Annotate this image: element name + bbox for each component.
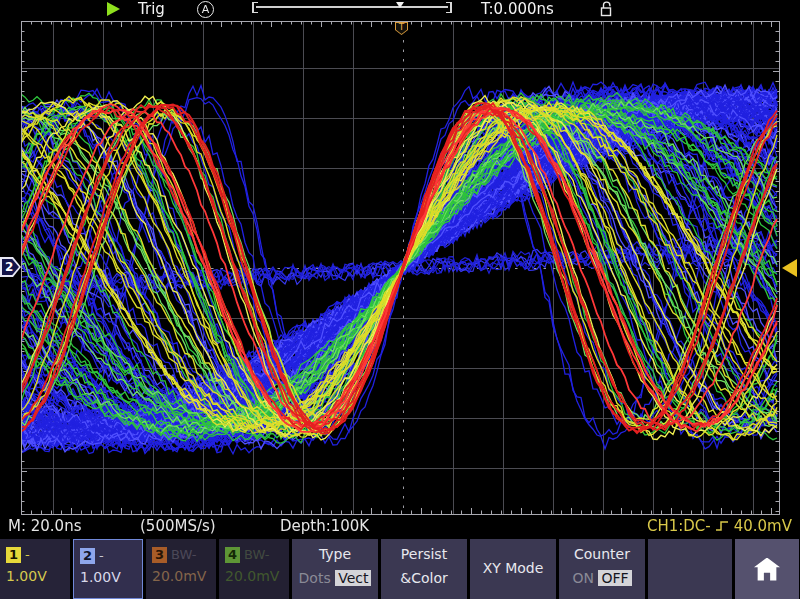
memory-window-bar[interactable]	[252, 2, 452, 14]
trigger-level-arrow-icon[interactable]	[782, 259, 797, 277]
waveform-display	[0, 0, 800, 517]
ch3-bandwidth-label: BW-	[171, 547, 196, 562]
oscilloscope-screen: Trig A T:0.000ns T 2 M: 20.0ns (500MS/s)…	[0, 0, 800, 599]
menu-persist-color-button[interactable]: Persist &Color	[381, 539, 467, 599]
ch3-scale-value: 20.0mV	[152, 568, 216, 584]
type-option-vect[interactable]: Vect	[335, 570, 371, 586]
counter-option-off[interactable]: OFF	[598, 570, 631, 586]
persist-line1: Persist	[381, 546, 467, 562]
ch1-scale-value: 1.00V	[6, 568, 70, 584]
home-icon	[754, 558, 780, 581]
rising-edge-icon	[715, 519, 730, 533]
sample-rate-readout: (500MS/s)	[140, 517, 216, 535]
top-status-bar: Trig A T:0.000ns	[0, 0, 800, 20]
ch1-coupling: -	[25, 547, 30, 562]
horizontal-offset-readout: T:0.000ns	[481, 0, 554, 18]
ch2-badge: 2	[80, 548, 95, 564]
ch3-badge: 3	[152, 547, 167, 563]
auto-trigger-icon: A	[197, 1, 214, 18]
trigger-level-label: 40.0mV	[734, 517, 792, 535]
lock-open-icon[interactable]	[598, 1, 615, 21]
counter-title: Counter	[559, 546, 645, 562]
type-option-dots[interactable]: Dots	[299, 570, 331, 586]
ch4-bandwidth-label: BW-	[244, 547, 269, 562]
menu-type-button[interactable]: Type Dots Vect	[292, 539, 378, 599]
ch1-badge: 1	[6, 547, 21, 563]
home-button[interactable]	[735, 539, 799, 599]
menu-empty-panel	[648, 539, 732, 599]
menu-counter-button[interactable]: Counter ON OFF	[559, 539, 645, 599]
ch4-badge: 4	[225, 547, 240, 563]
xy-mode-title: XY Mode	[470, 560, 556, 576]
menu-ch1-panel[interactable]: 1- 1.00V	[0, 539, 70, 599]
trig-label: Trig	[138, 0, 165, 18]
timebase-readout: M: 20.0ns	[8, 517, 81, 535]
memory-depth-readout: Depth:100K	[280, 517, 369, 535]
menu-ch2-panel[interactable]: 2- 1.00V	[73, 539, 143, 599]
bottom-status-bar: M: 20.0ns (500MS/s) Depth:100K CH1:DC- 4…	[0, 514, 800, 538]
memory-bar-right-bracket	[446, 2, 452, 13]
ch2-level-marker-label: 2	[2, 259, 19, 275]
type-title: Type	[292, 546, 378, 562]
memory-bar-line	[256, 6, 448, 8]
ch2-coupling: -	[99, 548, 104, 563]
ch2-scale-value: 1.00V	[80, 569, 142, 585]
trigger-source-label: CH1:DC-	[647, 517, 711, 535]
persist-line2: &Color	[381, 570, 467, 586]
memory-trigger-pos-icon	[396, 2, 404, 8]
trigger-settings-readout: CH1:DC- 40.0mV	[647, 517, 792, 535]
menu-xy-mode-button[interactable]: XY Mode	[470, 539, 556, 599]
menu-ch4-panel[interactable]: 4BW- 20.0mV	[219, 539, 289, 599]
counter-option-on[interactable]: ON	[572, 570, 594, 586]
ch4-scale-value: 20.0mV	[225, 568, 289, 584]
run-play-icon	[107, 2, 120, 16]
menu-ch3-panel[interactable]: 3BW- 20.0mV	[146, 539, 216, 599]
soft-menu-bar: 1- 1.00V 2- 1.00V 3BW- 20.0mV 4BW- 20.0m…	[0, 539, 800, 599]
